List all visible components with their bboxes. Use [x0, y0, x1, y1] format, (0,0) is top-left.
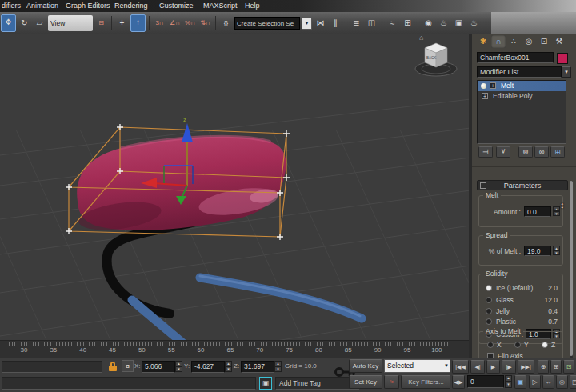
snap-toggle-3d-icon[interactable]: 3∩ [153, 15, 166, 31]
make-unique-icon[interactable]: ⋓ [518, 146, 533, 158]
y-coord-field[interactable]: -4.627 [191, 361, 225, 373]
spinner-down-icon[interactable]: ▾ [225, 366, 232, 372]
parameters-rollout-header[interactable]: − Parameters [477, 180, 568, 190]
menu-customize[interactable]: Customize [159, 2, 194, 10]
ribbon-toggle-icon[interactable]: ◫ [365, 15, 378, 31]
go-to-end-icon[interactable]: ▶▶| [518, 360, 534, 374]
expand-box-icon[interactable]: + [490, 82, 496, 89]
configure-modifier-sets-icon[interactable]: ⊞ [550, 146, 565, 158]
tab-utilities-icon[interactable]: ⚒ [552, 35, 566, 48]
select-and-rotate-icon[interactable]: ↻ [18, 15, 31, 31]
y-coord-spinner[interactable]: ▴ ▾ [225, 361, 232, 372]
pan-icon[interactable]: ↔ [542, 375, 554, 389]
show-end-result-icon[interactable]: ⊻ [496, 146, 510, 158]
modifier-stack-row-melt[interactable]: + Melt [478, 81, 566, 91]
time-configuration-icon[interactable]: ▣ [514, 375, 526, 389]
render-setup-icon[interactable]: ♨ [437, 15, 450, 31]
current-frame-field[interactable]: 0 [467, 375, 504, 388]
key-mode-toggle-icon[interactable]: ◀▶ [452, 375, 465, 389]
align-icon[interactable]: ∥ [329, 15, 342, 31]
selection-set-dropdown-arrow-icon[interactable]: ▼ [302, 17, 312, 30]
axis-x-label[interactable]: X [497, 341, 502, 349]
spinner-up-icon[interactable]: ▴ [274, 361, 282, 366]
axis-y-label[interactable]: Y [524, 341, 529, 349]
pct-of-melt-field[interactable]: 19.0 [524, 246, 551, 256]
modifier-list-arrow-icon[interactable]: ▼ [562, 66, 571, 78]
radio-axis-z[interactable] [542, 342, 548, 348]
select-and-move-icon[interactable]: ✥ [1, 14, 16, 32]
maximize-viewport-icon[interactable]: ◰ [570, 375, 576, 389]
viewcube-home-icon[interactable]: ⌂ [419, 34, 423, 42]
amount-field[interactable]: 0.0 [524, 206, 551, 217]
spinner-up-icon[interactable]: ▴ [505, 375, 512, 382]
x-coord-spinner[interactable]: ▴ ▾ [175, 361, 182, 372]
amount-spinner[interactable]: ▴ ▾ [553, 206, 560, 216]
key-filters-button[interactable]: Key Filters... [401, 375, 451, 389]
schematic-view-icon[interactable]: ⊞ [401, 15, 414, 31]
spinner-down-icon[interactable]: ▾ [274, 366, 282, 372]
spinner-down-icon[interactable]: ▾ [505, 382, 512, 388]
auto-key-button[interactable]: Auto Key [349, 359, 382, 373]
panel-scrollbar[interactable] [570, 181, 573, 358]
zoom-extents-icon[interactable]: ⊡ [563, 360, 574, 374]
previous-frame-icon[interactable]: ◀| [470, 360, 485, 374]
angle-snap-icon[interactable]: ∠∩ [168, 15, 182, 31]
orbit-icon[interactable]: ◎ [556, 375, 568, 389]
percent-snap-icon[interactable]: %∩ [183, 15, 197, 31]
spinner-up-icon[interactable]: ▴ [175, 361, 182, 366]
spinner-down-icon[interactable]: ▾ [553, 211, 560, 216]
set-key-button[interactable]: Set Key [349, 375, 382, 389]
select-and-manipulate-icon[interactable]: + [115, 15, 129, 31]
tab-display-icon[interactable]: ⊡ [537, 35, 551, 48]
use-pivot-center-icon[interactable]: ⊟ [94, 15, 108, 31]
menu-modifiers[interactable]: difiers [2, 2, 21, 10]
object-color-swatch[interactable] [557, 53, 568, 64]
next-frame-icon[interactable]: |▶ [502, 360, 516, 374]
modifier-label[interactable]: Melt [501, 81, 514, 91]
spinner-down-icon[interactable]: ▾ [553, 250, 560, 255]
selection-lock-icon-body[interactable] [109, 366, 117, 371]
radio-ice-label[interactable]: Ice (Default) [496, 284, 533, 292]
viewcube[interactable]: BACK [415, 43, 457, 76]
tab-hierarchy-icon[interactable]: ∴ [506, 35, 521, 48]
go-to-start-icon[interactable]: |◀◀ [452, 360, 469, 374]
modifier-stack[interactable]: + Melt + Editable Poly [477, 80, 566, 144]
pin-stack-icon[interactable]: ⊣ [478, 146, 493, 158]
radio-plastic-label[interactable]: Plastic [496, 318, 516, 326]
spinner-up-icon[interactable]: ▴ [225, 361, 232, 366]
radio-ice[interactable] [486, 285, 492, 291]
render-production-icon[interactable]: ♨ [467, 15, 481, 31]
radio-jelly[interactable] [486, 308, 492, 314]
menu-help[interactable]: Help [245, 2, 260, 10]
menu-maxscript[interactable]: MAXScript [203, 2, 238, 10]
named-selection-set-field[interactable]: Create Selection Se [234, 17, 300, 30]
panel-scrollbar-thumb[interactable] [570, 181, 573, 356]
selected-filter-dropdown[interactable]: Selected ▼ [384, 359, 451, 373]
material-editor-icon[interactable]: ◉ [422, 15, 435, 31]
expand-box-icon[interactable]: + [482, 93, 488, 99]
keyboard-override-icon[interactable]: ↑ [130, 14, 146, 32]
rollout-collapse-icon[interactable]: − [480, 182, 486, 189]
x-coord-field[interactable]: 5.066 [142, 361, 175, 373]
zoom-all-icon[interactable]: ⊞ [550, 360, 562, 374]
frame-spinner[interactable]: ▴ ▾ [505, 375, 512, 388]
radio-plastic[interactable] [486, 318, 492, 325]
tab-motion-icon[interactable]: ◎ [522, 35, 536, 48]
default-in-out-tangents-icon[interactable]: ≈ [384, 375, 399, 389]
zoom-icon[interactable]: ⊕ [538, 360, 549, 374]
modifier-list-dropdown[interactable]: Modifier List [477, 66, 562, 78]
modifier-stack-row-editable-poly[interactable]: + Editable Poly [478, 91, 566, 102]
modifier-label[interactable]: Editable Poly [493, 91, 533, 102]
radio-jelly-label[interactable]: Jelly [496, 307, 510, 315]
field-of-view-icon[interactable]: ▷ [529, 375, 541, 389]
axis-z-label[interactable]: Z [551, 341, 555, 349]
spinner-snap-icon[interactable]: ⇅∩ [198, 15, 212, 31]
object-name-field[interactable]: ChamferBox001 [477, 52, 554, 63]
modifier-on-bulb-icon[interactable] [481, 83, 486, 89]
menu-rendering[interactable]: Rendering [114, 2, 148, 10]
spline-object[interactable] [107, 219, 362, 340]
radio-axis-x[interactable] [487, 342, 494, 348]
select-and-scale-icon[interactable]: ▱ [33, 15, 46, 31]
curve-editor-icon[interactable]: ≈ [386, 15, 399, 31]
remove-modifier-icon[interactable]: ⊗ [534, 146, 549, 158]
